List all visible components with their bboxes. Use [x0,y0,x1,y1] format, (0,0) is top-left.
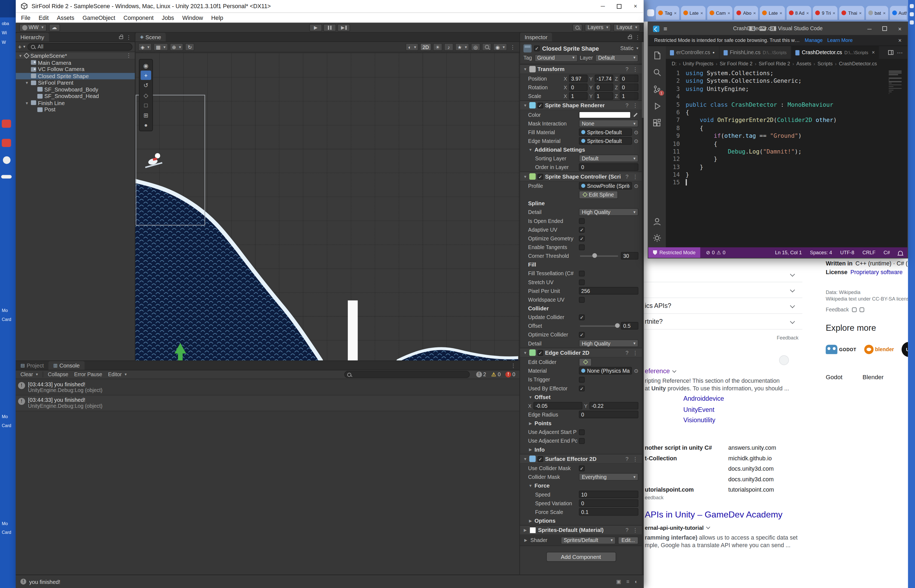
info-count-toggle[interactable]: !2 [474,372,488,377]
object-field-profile[interactable]: SnowProfile (Sprite S [579,182,632,190]
breadcrumb-item[interactable]: D: [671,61,676,66]
browser-tab-tag[interactable]: Tag× [656,6,679,19]
dropdown-detail[interactable]: High Quality▾ [579,339,639,347]
component-enabled-checkbox[interactable]: ✓ [538,102,543,108]
menu-jobs[interactable]: Jobs [158,15,178,21]
value-field[interactable]: 0.1 [579,508,639,515]
browser-tab-late[interactable]: Late× [681,6,706,19]
checkbox-use-collider-mask[interactable]: ✓ [579,465,585,471]
related-search-row[interactable]: nother script in unity C#answers.unity.c… [645,442,837,453]
toggle-secondary-sidebar-icon[interactable] [770,26,776,31]
browser-tab-late[interactable]: Late× [760,6,785,19]
layers-dropdown[interactable]: Layers▾ [585,24,611,31]
checkbox-is-trigger[interactable] [579,376,585,382]
number-field[interactable]: 1 [619,92,638,100]
hierarchy-item-sf-snowboard-body[interactable]: SF_Snowboard_Body [16,86,135,93]
checkbox-use-adjacent-end-po[interactable] [579,438,585,443]
warning-count-toggle[interactable]: ⚠0 [489,372,503,377]
close-icon[interactable]: × [727,10,731,16]
kebab-icon[interactable]: ⋮ [632,174,639,179]
component-enabled-checkbox[interactable]: ✓ [538,350,543,355]
status-item-utf-8[interactable]: UTF-8 [839,250,855,255]
inspector-scrollbar[interactable] [642,42,643,574]
checkbox-use-adjacent-start-p[interactable] [579,429,585,435]
hierarchy-item-vc-follow-camera[interactable]: VC Follow Camera [16,66,135,73]
checkbox-stretch-uv[interactable] [579,279,585,285]
automation-icon[interactable]: ▣ [615,579,622,585]
dropdown-mask-interaction[interactable]: None▾ [579,120,639,127]
kebab-icon[interactable]: ⋮ [634,34,641,40]
transform-tool[interactable]: ⊞ [141,110,151,120]
editor-tab-finishline-cs[interactable]: FinishLine.csD:\...\Scripts [719,46,791,59]
status-item-spaces-4[interactable]: Spaces: 4 [809,250,833,255]
result-url[interactable]: ernal-api-unity-tutorial [645,524,710,531]
tab-search-button[interactable] [647,9,654,16]
console-entry[interactable]: ![03:44:33] you finished!UnityEngine.Deb… [16,396,519,411]
help-icon[interactable]: ? [624,456,630,462]
people-also-ask-item[interactable] [644,282,802,298]
rotate-tool[interactable]: ↺ [141,81,151,90]
close-icon[interactable]: × [872,50,875,55]
gear-icon[interactable] [653,233,662,242]
sidebar-icon[interactable] [910,20,913,24]
explorer-icon[interactable] [653,51,662,60]
object-picker-icon[interactable]: ⊙ [634,183,638,189]
component-enabled-checkbox[interactable]: ✓ [538,456,543,462]
scene-tab[interactable]: ◈Scene [135,33,166,41]
dropdown-collider-mask[interactable]: Everything▾ [579,473,639,481]
rotation-snap-button[interactable]: ↻ [185,43,194,51]
checkbox-is-open-ended[interactable] [579,218,585,223]
hierarchy-tab[interactable]: Hierarchy [16,33,49,41]
tool-settings-dropdown[interactable]: ◈▾ [138,43,152,51]
number-field[interactable]: 0 [569,83,588,91]
checkbox-enable-tangents[interactable] [579,244,585,250]
kebab-icon[interactable]: ⋮ [126,53,135,58]
create-menu-button[interactable]: +▾ [18,44,25,50]
status-item-c[interactable]: C# [882,250,891,255]
dropdown-detail[interactable]: High Quality▾ [579,208,639,216]
sidebar-icon[interactable] [910,4,913,8]
value-field[interactable]: 256 [579,287,639,294]
scene-viewport[interactable]: ◉ + ↺ ◇ □ ⊞ ● [135,53,519,360]
help-icon[interactable]: ? [624,174,630,179]
close-button[interactable]: × [627,0,644,12]
value-field[interactable]: 0 [579,499,639,507]
hierarchy-item-sf-snowboard-head[interactable]: SF_Snowboard_Head [16,93,135,100]
slider-offset[interactable] [580,325,618,326]
close-button[interactable]: × [892,22,907,35]
move-tool[interactable]: + [141,71,151,80]
more-actions-icon[interactable]: ⋯ [897,49,903,56]
feedback-link[interactable]: Feedback [826,307,849,312]
kebab-icon[interactable]: ⋮ [509,363,517,368]
breadcrumb-item[interactable]: CrashDetector.cs [839,61,877,66]
value-field[interactable]: 0 [579,163,639,171]
hierarchy-item-samplescene[interactable]: ▼SampleScene*⋮ [16,53,135,59]
number-field[interactable]: 30 [621,252,638,260]
add-component-button[interactable]: Add Component [546,552,616,562]
minimize-button[interactable]: ─ [862,22,877,35]
shader-edit-button[interactable]: Edit... [618,536,638,544]
number-field[interactable]: -0.22 [589,402,639,409]
view-tool[interactable]: ◉ [141,61,151,70]
minimap[interactable] [889,71,904,96]
related-search-row[interactable]: t-Collectionmichidk.github.io [645,453,837,463]
breadcrumb-item[interactable]: Unity Projects [683,61,713,66]
help-icon[interactable]: ? [624,102,630,108]
error-count-toggle[interactable]: !0 [504,372,517,377]
audio-toggle[interactable]: ♪ [444,43,453,51]
number-field[interactable]: 0 [619,74,638,82]
breadcrumb-item[interactable]: Scripts [818,61,833,66]
value-field[interactable]: 0 [579,411,639,418]
checkbox-fill-tessellation-c[interactable] [579,270,585,276]
console-entry[interactable]: ![03:44:33] you finished!UnityEngine.Deb… [16,380,519,396]
browser-tab-9-tri[interactable]: 9 Tri× [813,6,838,19]
number-field[interactable]: 0 [619,83,638,91]
explore-item-unreal[interactable]: UN [902,342,908,357]
cloud-services-button[interactable]: ☁ [49,24,60,31]
close-icon[interactable]: × [753,10,756,16]
foldout-icon[interactable]: ▼ [528,147,533,152]
number-field[interactable]: 1 [569,92,588,100]
minimize-button[interactable]: ─ [595,0,611,12]
object-field-fill-material[interactable]: Sprites-Default [579,128,632,136]
foldout-icon[interactable]: ▼ [24,81,29,85]
